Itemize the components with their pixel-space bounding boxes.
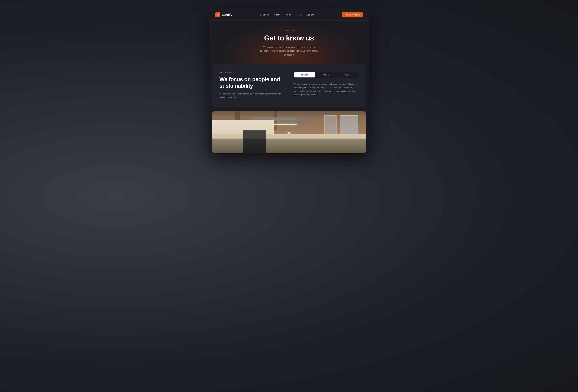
nav-link-solutions[interactable]: Solutions bbox=[260, 13, 269, 16]
logo-text: Landify bbox=[222, 13, 232, 17]
hero-subtitle: With a passion for technology and a comm… bbox=[257, 45, 321, 57]
hero-section: ABOUT US Get to know us With a passion f… bbox=[209, 21, 369, 64]
who-title: We focus on people and sustainability bbox=[219, 76, 285, 89]
hero-title: Get to know us bbox=[215, 34, 363, 42]
who-we-are-section: WHO WE ARE We focus on people and sustai… bbox=[212, 64, 366, 106]
nav-link-help[interactable]: Help bbox=[297, 13, 301, 16]
browser-window: Landify Solutions Pricing About Help Con… bbox=[209, 9, 369, 153]
duct-pipe-2 bbox=[281, 120, 312, 123]
logo-icon bbox=[215, 12, 220, 17]
nav-link-pricing[interactable]: Pricing bbox=[274, 13, 281, 16]
who-eyebrow: WHO WE ARE bbox=[219, 72, 285, 73]
tabs-container: Mission Vision Values bbox=[293, 72, 359, 78]
navigation: Landify Solutions Pricing About Help Con… bbox=[209, 9, 369, 21]
office-image-section bbox=[212, 111, 366, 153]
nav-link-about[interactable]: About bbox=[286, 13, 291, 16]
office-image bbox=[212, 111, 366, 153]
who-right-column: Mission Vision Values We aim to simplify… bbox=[293, 72, 359, 97]
hero-eyebrow: ABOUT US bbox=[215, 30, 363, 32]
nav-link-contact[interactable]: Contact bbox=[307, 13, 314, 16]
bottom-shadow bbox=[212, 138, 366, 153]
tab-vision[interactable]: Vision bbox=[316, 72, 337, 78]
svg-point-0 bbox=[218, 14, 218, 15]
hanging-light bbox=[286, 124, 292, 136]
tab-values[interactable]: Values bbox=[337, 72, 358, 78]
tab-content-mission: We aim to simplify complex processes, en… bbox=[293, 82, 359, 97]
remix-template-button[interactable]: Remix Template bbox=[342, 12, 363, 17]
who-left-column: WHO WE ARE We focus on people and sustai… bbox=[219, 72, 285, 99]
who-description: We are dedicated to crafting tech soluti… bbox=[219, 92, 285, 99]
logo[interactable]: Landify bbox=[215, 12, 232, 17]
nav-links: Solutions Pricing About Help Contact bbox=[260, 13, 314, 16]
tab-mission[interactable]: Mission bbox=[294, 72, 315, 78]
